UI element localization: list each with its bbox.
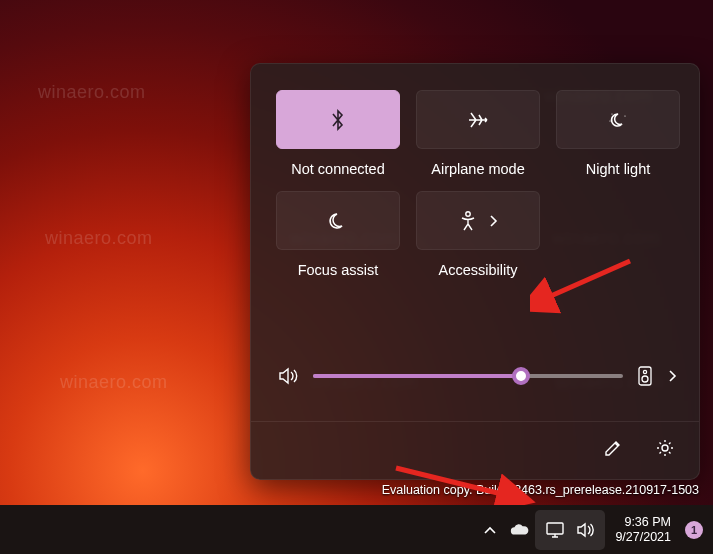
divider (251, 421, 699, 422)
pencil-icon (603, 438, 623, 458)
airplane-mode-toggle[interactable] (416, 90, 540, 149)
taskbar-time: 9:36 PM (624, 515, 671, 529)
svg-point-3 (466, 211, 470, 215)
slider-fill (313, 374, 521, 378)
system-tray-group[interactable] (535, 510, 605, 550)
night-light-label: Night light (586, 161, 650, 177)
svg-rect-10 (547, 523, 563, 534)
volume-slider[interactable] (313, 366, 623, 386)
chevron-right-icon (488, 214, 498, 228)
watermark: winaero.com (38, 82, 146, 103)
focus-assist-toggle[interactable] (276, 191, 400, 250)
night-light-icon (606, 109, 630, 131)
tile-bluetooth: Not connected (277, 90, 399, 177)
chevron-up-icon (483, 525, 497, 535)
taskbar-date: 9/27/2021 (615, 530, 671, 544)
svg-point-0 (611, 113, 612, 114)
moon-icon (327, 210, 349, 232)
chevron-right-icon[interactable] (667, 369, 677, 383)
desktop-wallpaper: winaero.com winaero.com winaero.com wina… (0, 0, 713, 554)
watermark: winaero.com (45, 228, 153, 249)
tile-night-light: Night light (557, 90, 679, 177)
gear-icon (655, 438, 675, 458)
open-settings-button[interactable] (651, 434, 679, 462)
monitor-icon (545, 521, 565, 539)
quick-settings-flyout: Not connected Airplane mode (250, 63, 700, 480)
volume-icon (277, 366, 299, 386)
svg-point-1 (624, 115, 625, 116)
accessibility-button[interactable] (416, 191, 540, 250)
taskbar: 9:36 PM 9/27/2021 1 (0, 505, 713, 554)
night-light-toggle[interactable] (556, 90, 680, 149)
quick-settings-tiles: Not connected Airplane mode (277, 90, 679, 278)
volume-row (277, 356, 677, 396)
tile-airplane: Airplane mode (417, 90, 539, 177)
onedrive-tray-icon[interactable] (509, 520, 529, 540)
airplane-label: Airplane mode (431, 161, 525, 177)
focus-assist-label: Focus assist (298, 262, 379, 278)
svg-point-7 (662, 445, 668, 451)
flyout-footer (599, 434, 679, 462)
edit-quick-settings-button[interactable] (599, 434, 627, 462)
svg-point-6 (642, 376, 648, 382)
svg-point-2 (609, 120, 610, 121)
airplane-icon (466, 109, 490, 131)
evaluation-watermark: Evaluation copy. Build 22463.rs_prerelea… (382, 483, 699, 497)
volume-tray-icon (575, 521, 595, 539)
accessibility-label: Accessibility (439, 262, 518, 278)
tile-focus-assist: Focus assist (277, 191, 399, 278)
watermark: winaero.com (60, 372, 168, 393)
audio-output-icon[interactable] (637, 365, 653, 387)
bluetooth-label: Not connected (291, 161, 385, 177)
tray-overflow-button[interactable] (477, 515, 503, 545)
accessibility-icon (458, 210, 478, 232)
slider-thumb[interactable] (512, 367, 530, 385)
notification-badge[interactable]: 1 (685, 521, 703, 539)
bluetooth-toggle[interactable] (276, 90, 400, 149)
tile-accessibility: Accessibility (417, 191, 539, 278)
taskbar-clock[interactable]: 9:36 PM 9/27/2021 (611, 515, 675, 544)
svg-point-5 (643, 370, 646, 373)
bluetooth-icon (328, 107, 348, 133)
